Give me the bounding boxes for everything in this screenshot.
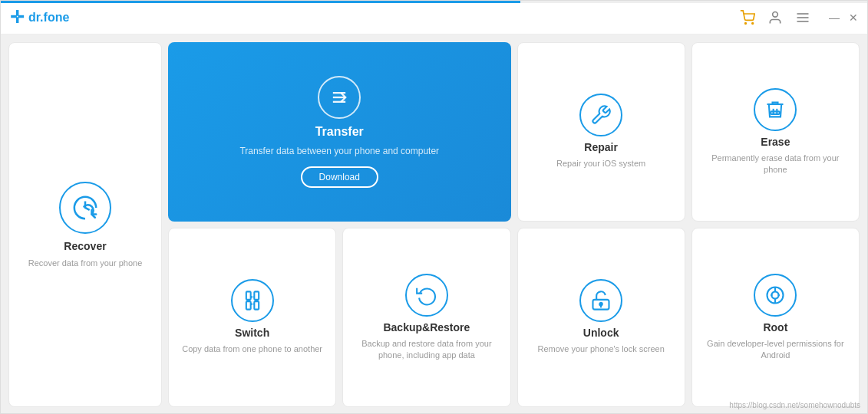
switch-icon [231, 279, 274, 322]
download-button[interactable]: Download [301, 166, 378, 188]
backup-restore-description: Backup and restore data from your phone,… [352, 338, 500, 362]
svg-rect-10 [246, 292, 250, 301]
erase-title: Erase [761, 136, 790, 148]
unlock-icon [579, 279, 622, 322]
transfer-title: Transfer [315, 125, 364, 139]
svg-point-18 [772, 291, 779, 298]
switch-title: Switch [235, 327, 269, 339]
recover-panel[interactable]: Recover Recover data from your phone [8, 42, 162, 407]
logo: ✛ dr.fone [10, 9, 69, 26]
svg-point-0 [745, 22, 747, 24]
recover-icon [59, 182, 111, 234]
repair-description: Repair your iOS system [556, 158, 645, 169]
minimize-button[interactable]: — [829, 12, 840, 23]
erase-tile[interactable]: Erase Permanently erase data from your p… [691, 42, 860, 222]
svg-rect-13 [254, 301, 259, 310]
svg-rect-11 [246, 301, 250, 310]
erase-icon [754, 88, 797, 131]
user-icon[interactable] [767, 10, 783, 25]
repair-title: Repair [584, 141, 618, 153]
svg-rect-9 [771, 111, 781, 114]
root-title: Root [763, 321, 787, 334]
svg-rect-12 [254, 292, 259, 301]
svg-point-1 [752, 22, 754, 24]
repair-icon [579, 94, 622, 136]
cart-icon[interactable] [740, 10, 755, 25]
menu-icon[interactable] [795, 10, 810, 25]
titlebar-actions: — ✕ [740, 10, 858, 25]
backup-restore-icon [405, 274, 448, 317]
progress-bar [1, 1, 867, 3]
switch-description: Copy data from one phone to another [182, 343, 322, 355]
watermark: https://blog.csdn.net/somehownodubts [729, 401, 860, 409]
window-controls: — ✕ [829, 12, 858, 23]
svg-point-2 [773, 12, 778, 17]
transfer-tile[interactable]: Transfer Transfer data between your phon… [168, 42, 511, 222]
erase-description: Permanently erase data from your phone [701, 153, 850, 176]
root-icon [754, 274, 797, 317]
logo-cross-icon: ✛ [10, 9, 24, 26]
logo-text: dr.fone [28, 11, 69, 25]
svg-point-15 [599, 303, 602, 306]
root-description: Gain developer-level permissions for And… [701, 338, 850, 362]
recover-title: Recover [64, 240, 106, 252]
transfer-icon [318, 76, 361, 119]
tiles-grid: Transfer Transfer data between your phon… [168, 42, 860, 407]
backup-restore-tile[interactable]: Backup&Restore Backup and restore data f… [342, 228, 510, 407]
switch-tile[interactable]: Switch Copy data from one phone to anoth… [168, 228, 336, 407]
close-button[interactable]: ✕ [849, 12, 858, 23]
titlebar: ✛ dr.fone — ✕ [1, 1, 867, 34]
repair-tile[interactable]: Repair Repair your iOS system [517, 42, 685, 222]
backup-restore-title: Backup&Restore [383, 321, 470, 334]
main-content: Recover Recover data from your phone Tra… [1, 34, 867, 414]
root-tile[interactable]: Root Gain developer-level permissions fo… [691, 228, 860, 407]
recover-description: Recover data from your phone [28, 258, 143, 268]
unlock-description: Remove your phone's lock screen [537, 343, 664, 355]
unlock-tile[interactable]: Unlock Remove your phone's lock screen [517, 228, 685, 407]
transfer-description: Transfer data between your phone and com… [239, 145, 439, 158]
unlock-title: Unlock [583, 327, 619, 339]
